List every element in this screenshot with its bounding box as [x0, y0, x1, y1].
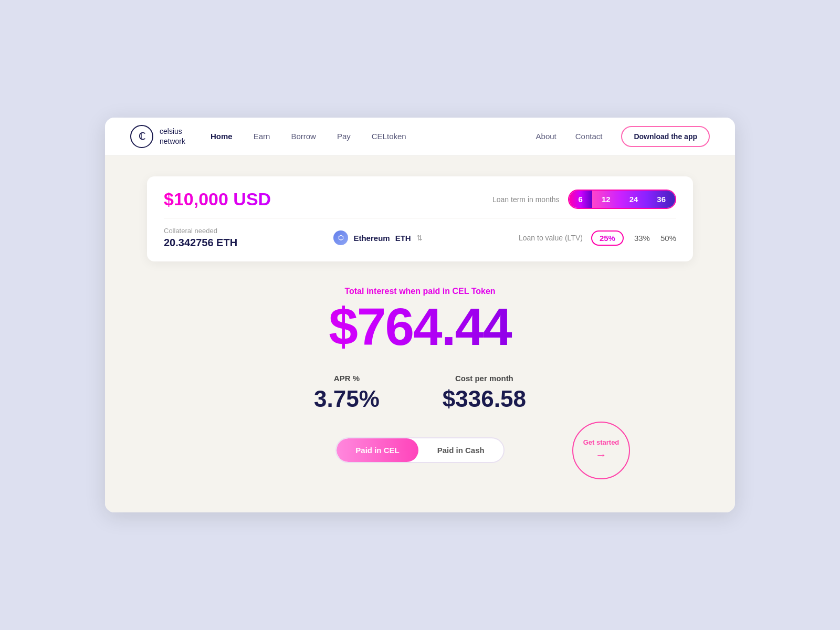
term-pill-12[interactable]: 12 [592, 191, 620, 208]
collateral-label: Collateral needed [164, 227, 237, 235]
collateral-value: 20.342756 ETH [164, 237, 237, 249]
nav-earn[interactable]: Earn [254, 132, 270, 141]
loan-term-label: Loan term in months [492, 195, 560, 204]
term-pill-36[interactable]: 36 [647, 191, 675, 208]
app-window: ℂ celsius network Home Earn Borrow Pay C… [105, 118, 735, 512]
get-started-label: Get started [583, 438, 620, 446]
term-pill-6[interactable]: 6 [569, 191, 592, 208]
calculator-card: $10,000 USD Loan term in months 6 12 24 … [147, 176, 693, 261]
ltv-label: Loan to value (LTV) [519, 234, 583, 242]
apr-value: 3.75% [314, 386, 380, 412]
nav-home[interactable]: Home [211, 132, 233, 141]
logo-icon: ℂ [130, 125, 153, 148]
ltv-50[interactable]: 50% [660, 234, 676, 243]
cost-stat: Cost per month $336.58 [443, 374, 526, 412]
apr-stat: APR % 3.75% [314, 374, 380, 412]
ltv-options: 25% 33% 50% [591, 230, 676, 246]
crypto-arrows-icon[interactable]: ⇅ [416, 234, 423, 242]
nav-about[interactable]: About [536, 132, 556, 141]
term-pill-24[interactable]: 24 [620, 191, 648, 208]
ltv-25[interactable]: 25% [591, 230, 624, 246]
get-started-button[interactable]: Get started → [572, 422, 630, 479]
loan-term-section: Loan term in months 6 12 24 36 [492, 190, 676, 209]
interest-label: Total interest when paid in CEL Token [147, 287, 693, 296]
main-content: $10,000 USD Loan term in months 6 12 24 … [105, 155, 735, 512]
download-app-button[interactable]: Download the app [621, 126, 710, 147]
loan-amount-display: $10,000 USD [164, 189, 271, 209]
ltv-33[interactable]: 33% [634, 234, 650, 243]
interest-section: Total interest when paid in CEL Token $7… [147, 287, 693, 353]
collateral-section: Collateral needed 20.342756 ETH [164, 227, 237, 249]
crypto-ticker: ETH [395, 234, 411, 243]
apr-label: APR % [314, 374, 380, 383]
navbar: ℂ celsius network Home Earn Borrow Pay C… [105, 118, 735, 155]
paid-in-cash-button[interactable]: Paid in Cash [418, 438, 503, 462]
ltv-section: Loan to value (LTV) 25% 33% 50% [519, 230, 676, 246]
paid-in-cel-button[interactable]: Paid in CEL [337, 438, 418, 462]
calc-bottom-row: Collateral needed 20.342756 ETH ⬡ Ethere… [164, 218, 676, 249]
calc-top-row: $10,000 USD Loan term in months 6 12 24 … [164, 189, 676, 218]
eth-icon: ⬡ [333, 230, 348, 245]
cost-value: $336.58 [443, 386, 526, 412]
nav-borrow[interactable]: Borrow [291, 132, 316, 141]
nav-links: Home Earn Borrow Pay CELtoken [211, 132, 536, 141]
crypto-name: Ethereum [353, 234, 390, 243]
nav-pay[interactable]: Pay [337, 132, 351, 141]
nav-contact[interactable]: Contact [575, 132, 603, 141]
term-pills: 6 12 24 36 [568, 190, 676, 209]
nav-right: About Contact Download the app [536, 126, 710, 147]
logo-text: celsius network [160, 127, 185, 145]
stats-row: APR % 3.75% Cost per month $336.58 [147, 374, 693, 412]
cost-label: Cost per month [443, 374, 526, 383]
logo[interactable]: ℂ celsius network [130, 125, 185, 148]
payment-toggle: Paid in CEL Paid in Cash [335, 437, 504, 463]
crypto-selector[interactable]: ⬡ Ethereum ETH ⇅ [333, 230, 422, 245]
nav-celtoken[interactable]: CELtoken [372, 132, 406, 141]
bottom-row: Paid in CEL Paid in Cash Get started → [147, 437, 693, 463]
interest-amount-display: $764.44 [147, 300, 693, 353]
get-started-arrow-icon: → [595, 448, 607, 462]
